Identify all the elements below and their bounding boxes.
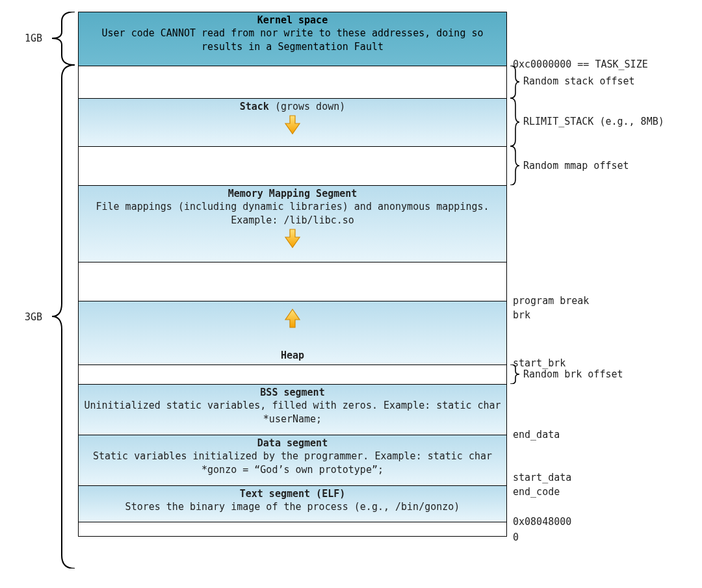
left-size-column: 1GB 3GB xyxy=(0,0,78,588)
mmap-sub: File mappings (including dynamic librari… xyxy=(83,200,502,227)
arrow-down-icon xyxy=(284,114,301,135)
text-base-addr-label: 0x08048000 xyxy=(513,516,571,528)
segment-mmap: Memory Mapping Segment File mappings (in… xyxy=(79,185,506,262)
brace-icon xyxy=(510,146,519,185)
bss-sub: Uninitialized static variables, filled w… xyxy=(83,399,502,426)
text-sub: Stores the binary image of the process (… xyxy=(83,500,502,513)
start-data-label: start_data xyxy=(513,472,571,483)
segment-bss: BSS segment Uninitialized static variabl… xyxy=(79,384,506,435)
data-sub: Static variables initialized by the prog… xyxy=(83,450,502,476)
segments-column: Kernel space User code CANNOT read from … xyxy=(78,12,507,537)
brk-label: brk xyxy=(513,309,530,321)
brace-icon xyxy=(510,66,519,98)
gap-random-stack-offset xyxy=(79,66,506,98)
note-start-data: start_data xyxy=(510,472,571,483)
right-annotations: 0xc0000000 == TASK_SIZE Random stack off… xyxy=(510,0,699,588)
segment-heap: Heap xyxy=(79,301,506,364)
kernel-sub: User code CANNOT read from nor write to … xyxy=(83,27,502,53)
segment-text: Text segment (ELF) Stores the binary ima… xyxy=(79,485,506,522)
note-random-brk-offset: Random brk offset xyxy=(510,364,623,384)
end-code-label: end_code xyxy=(513,486,560,498)
gap-between-mmap-heap xyxy=(79,262,506,301)
program-break-label: program break xyxy=(513,295,589,307)
segment-stack: Stack (grows down) xyxy=(79,98,506,146)
rlimit-stack-label: RLIMIT_STACK (e.g., 8MB) xyxy=(523,116,664,127)
kernel-title: Kernel space xyxy=(257,14,328,26)
random-mmap-offset-label: Random mmap offset xyxy=(523,160,629,172)
note-random-stack-offset: Random stack offset xyxy=(510,66,635,98)
memory-layout-diagram: 1GB 3GB Kernel space User code CANNOT re… xyxy=(0,0,702,588)
note-end-code: end_code xyxy=(510,486,560,498)
bss-title: BSS segment xyxy=(260,387,324,398)
brace-user: 3GB xyxy=(46,65,75,569)
note-program-break: program break xyxy=(510,295,589,307)
note-random-mmap-offset: Random mmap offset xyxy=(510,146,629,185)
arrow-up-icon xyxy=(284,308,301,329)
user-size-label: 3GB xyxy=(25,311,42,323)
note-zero: 0 xyxy=(510,531,519,543)
kernel-size-label: 1GB xyxy=(25,32,42,44)
mmap-title: Memory Mapping Segment xyxy=(228,188,358,199)
arrow-down-icon xyxy=(284,228,301,249)
gap-random-mmap-offset xyxy=(79,146,506,185)
stack-note: (grows down) xyxy=(269,101,345,112)
data-title: Data segment xyxy=(257,437,328,449)
gap-random-brk-offset xyxy=(79,364,506,384)
random-brk-offset-label: Random brk offset xyxy=(523,368,623,380)
brace-kernel: 1GB xyxy=(46,12,75,65)
brace-icon xyxy=(510,364,519,384)
note-rlimit-stack: RLIMIT_STACK (e.g., 8MB) xyxy=(510,98,664,146)
zero-label: 0 xyxy=(513,531,519,543)
segment-kernel: Kernel space User code CANNOT read from … xyxy=(79,12,506,66)
note-brk: brk xyxy=(510,309,530,321)
gap-bottom xyxy=(79,522,506,536)
heap-title: Heap xyxy=(281,349,304,362)
segment-data: Data segment Static variables initialize… xyxy=(79,435,506,485)
random-stack-offset-label: Random stack offset xyxy=(523,75,635,87)
brace-icon xyxy=(510,98,519,146)
note-end-data: end_data xyxy=(510,429,560,441)
end-data-label: end_data xyxy=(513,429,560,441)
text-title: Text segment (ELF) xyxy=(240,488,346,500)
stack-title: Stack xyxy=(240,101,269,112)
note-text-base-addr: 0x08048000 xyxy=(510,516,571,528)
